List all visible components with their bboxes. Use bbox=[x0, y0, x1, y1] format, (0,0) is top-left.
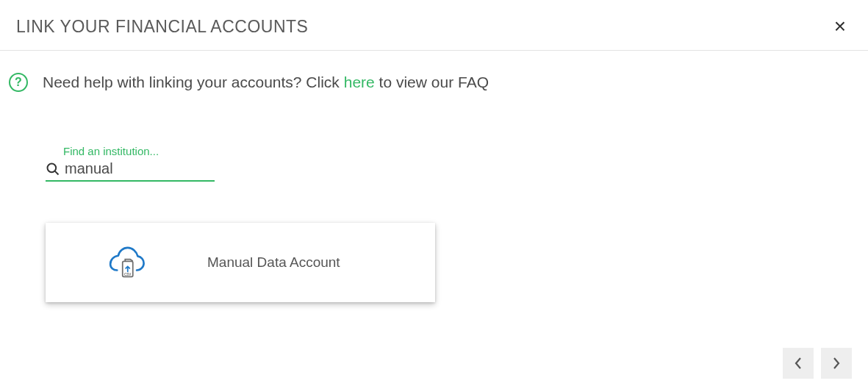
result-label: Manual Data Account bbox=[207, 254, 340, 271]
chevron-right-icon bbox=[831, 356, 842, 371]
svg-text:CSV: CSV bbox=[124, 273, 131, 276]
pagination-nav bbox=[783, 348, 852, 379]
prev-button[interactable] bbox=[783, 348, 814, 379]
search-row bbox=[46, 160, 215, 182]
svg-line-1 bbox=[55, 171, 59, 174]
search-icon bbox=[46, 162, 60, 176]
close-icon[interactable]: × bbox=[828, 13, 852, 40]
result-card-manual-data[interactable]: CSV Manual Data Account bbox=[46, 223, 435, 302]
search-label: Find an institution... bbox=[63, 145, 215, 157]
dialog-header: LINK YOUR FINANCIAL ACCOUNTS × bbox=[0, 0, 868, 51]
search-input[interactable] bbox=[65, 160, 215, 177]
search-block: Find an institution... bbox=[46, 145, 215, 182]
help-icon[interactable]: ? bbox=[9, 73, 28, 92]
page-title: LINK YOUR FINANCIAL ACCOUNTS bbox=[16, 17, 308, 37]
chevron-left-icon bbox=[793, 356, 803, 371]
next-button[interactable] bbox=[821, 348, 852, 379]
cloud-csv-upload-icon: CSV bbox=[46, 242, 207, 283]
help-row: ? Need help with linking your accounts? … bbox=[0, 51, 868, 99]
help-text: Need help with linking your accounts? Cl… bbox=[43, 74, 489, 91]
faq-link[interactable]: here bbox=[344, 74, 375, 90]
help-text-prefix: Need help with linking your accounts? Cl… bbox=[43, 74, 344, 90]
help-text-suffix: to view our FAQ bbox=[375, 74, 489, 90]
svg-point-0 bbox=[48, 163, 57, 172]
